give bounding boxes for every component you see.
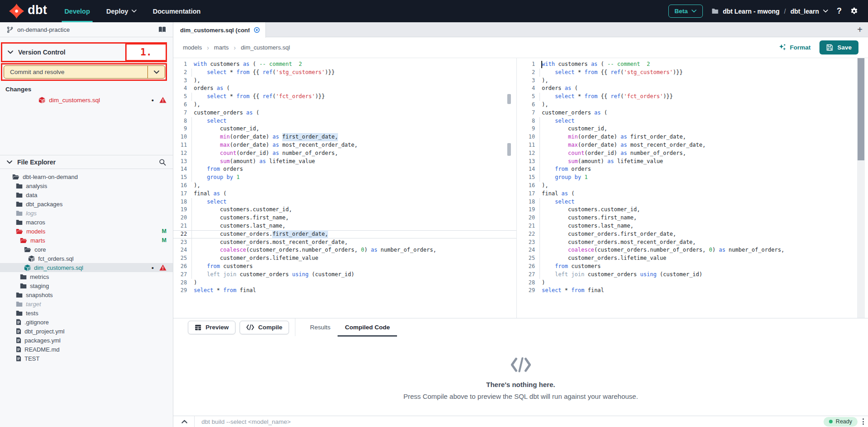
code-line-4[interactable]: 4orders as ( bbox=[517, 84, 857, 93]
code-line-28[interactable]: 28) bbox=[517, 279, 857, 287]
format-button[interactable]: Format bbox=[779, 44, 811, 51]
code-line-10[interactable]: 10 min(order_date) as first_order_date, bbox=[517, 133, 857, 141]
code-line-17[interactable]: 17final as ( bbox=[173, 190, 516, 198]
code-line-11[interactable]: 11 max(order_date) as most_recent_order_… bbox=[517, 141, 857, 149]
code-line-18[interactable]: 18 select bbox=[517, 198, 857, 206]
chevron-up-icon[interactable] bbox=[181, 420, 187, 423]
nav-documentation[interactable]: Documentation bbox=[145, 0, 209, 22]
code-line-24[interactable]: 24 coalesce(customer_orders.number_of_or… bbox=[173, 246, 516, 254]
code-line-18[interactable]: 18 select bbox=[173, 198, 516, 206]
dbt-logo[interactable]: dbt bbox=[0, 0, 56, 22]
breadcrumb-file[interactable]: dim_customers.sql bbox=[241, 44, 290, 51]
code-line-23[interactable]: 23 customer_orders.most_recent_order_dat… bbox=[517, 238, 857, 247]
tree-item-dbt-learn-on-demand[interactable]: dbt-learn-on-demand bbox=[0, 172, 173, 181]
tree-item-TEST[interactable]: TEST bbox=[0, 354, 173, 363]
code-line-7[interactable]: 7customer_orders as ( bbox=[173, 109, 516, 117]
code-line-16[interactable]: 16), bbox=[517, 182, 857, 190]
code-line-29[interactable]: 29select * from final bbox=[173, 287, 516, 295]
book-icon[interactable] bbox=[158, 26, 166, 33]
code-line-23[interactable]: 23 customer_orders.most_recent_order_dat… bbox=[173, 238, 516, 247]
tree-item-fct_orders.sql[interactable]: fct_orders.sql bbox=[0, 254, 173, 263]
code-line-3[interactable]: 3), bbox=[173, 77, 516, 85]
code-line-10[interactable]: 10 min(order_date) as first_order_date, bbox=[173, 133, 516, 141]
code-line-11[interactable]: 11 max(order_date) as most_recent_order_… bbox=[173, 141, 516, 149]
code-line-22[interactable]: 22 customer_orders.first_order_date, bbox=[517, 230, 857, 238]
commit-and-resolve-button[interactable]: Commit and resolve bbox=[4, 65, 165, 79]
tree-item-models[interactable]: modelsM bbox=[0, 227, 173, 236]
tree-item-analysis[interactable]: analysis bbox=[0, 181, 173, 190]
code-line-19[interactable]: 19 customers.customer_id, bbox=[517, 206, 857, 214]
tree-item-dbt_packages[interactable]: dbt_packages bbox=[0, 199, 173, 209]
tree-item-snapshots[interactable]: snapshots bbox=[0, 290, 173, 299]
help-icon[interactable]: ? bbox=[837, 6, 842, 16]
tree-item-target[interactable]: target bbox=[0, 299, 173, 308]
changed-file-row[interactable]: dim_customers.sql • bbox=[0, 94, 173, 106]
code-line-13[interactable]: 13 sum(amount) as lifetime_value bbox=[517, 158, 857, 166]
code-line-12[interactable]: 12 count(order_id) as number_of_orders, bbox=[173, 149, 516, 158]
file-explorer-header[interactable]: File Explorer bbox=[0, 155, 173, 169]
code-line-2[interactable]: 2 select * from {{ ref('stg_customers')}… bbox=[517, 69, 857, 77]
code-line-28[interactable]: 28) bbox=[173, 279, 516, 287]
tab-dim-customers[interactable]: dim_customers.sql (confli... bbox=[173, 22, 266, 38]
breadcrumb-marts[interactable]: marts bbox=[214, 44, 229, 51]
code-line-2[interactable]: 2 select * from {{ ref('stg_customers')}… bbox=[173, 69, 516, 77]
tree-item-dim_customers.sql[interactable]: dim_customers.sql• bbox=[0, 263, 173, 272]
editor-vertical-scrollbar[interactable] bbox=[857, 58, 865, 318]
breadcrumb-models[interactable]: models bbox=[183, 44, 202, 51]
code-line-14[interactable]: 14 from orders bbox=[517, 165, 857, 174]
new-tab-button[interactable]: + bbox=[854, 22, 865, 37]
search-icon[interactable] bbox=[159, 159, 166, 166]
nav-develop[interactable]: Develop bbox=[56, 0, 98, 22]
code-line-20[interactable]: 20 customers.first_name, bbox=[173, 214, 516, 222]
code-line-8[interactable]: 8 select bbox=[173, 117, 516, 125]
tree-item-metrics[interactable]: metrics bbox=[0, 272, 173, 281]
code-line-14[interactable]: 14 from orders bbox=[173, 165, 516, 174]
code-line-17[interactable]: 17final as ( bbox=[517, 190, 857, 198]
code-line-16[interactable]: 16), bbox=[173, 182, 516, 190]
code-line-12[interactable]: 12 count(order_id) as number_of_orders, bbox=[517, 149, 857, 158]
project-picker[interactable]: dbt Learn - mwong / dbt_learn bbox=[711, 8, 828, 15]
left-editor-scrollbar-thumb[interactable] bbox=[507, 143, 511, 156]
code-line-20[interactable]: 20 customers.first_name, bbox=[517, 214, 857, 222]
tree-item-data[interactable]: data bbox=[0, 190, 173, 199]
code-line-6[interactable]: 6), bbox=[173, 101, 516, 109]
code-line-29[interactable]: 29select * from final bbox=[517, 287, 857, 295]
code-line-26[interactable]: 26 from customers bbox=[517, 263, 857, 271]
editor-pane-right[interactable]: 1with customers as ( -- comment 22 selec… bbox=[517, 58, 857, 318]
code-line-21[interactable]: 21 customers.last_name, bbox=[173, 222, 516, 230]
kebab-menu-icon[interactable] bbox=[863, 418, 864, 425]
gear-icon[interactable] bbox=[850, 7, 858, 15]
code-line-22[interactable]: 22 customer_orders.first_order_date, bbox=[173, 230, 516, 238]
code-line-4[interactable]: 4orders as ( bbox=[173, 84, 516, 93]
left-editor-scrollbar-thumb[interactable] bbox=[507, 94, 511, 104]
code-line-1[interactable]: 1with customers as ( -- comment 2 bbox=[517, 60, 857, 69]
scrollbar-thumb[interactable] bbox=[858, 58, 864, 160]
preview-button[interactable]: Preview bbox=[188, 321, 235, 334]
branch-selector[interactable]: on-demand-practice bbox=[0, 22, 173, 37]
code-line-27[interactable]: 27 left join customer_orders using (cust… bbox=[517, 271, 857, 279]
tree-item-staging[interactable]: staging bbox=[0, 281, 173, 290]
code-line-25[interactable]: 25 customer_orders.lifetime_value bbox=[517, 254, 857, 263]
tree-item-logs[interactable]: logs bbox=[0, 209, 173, 218]
tab-compiled-code[interactable]: Compiled Code bbox=[345, 318, 390, 337]
code-line-25[interactable]: 25 customer_orders.lifetime_value bbox=[173, 254, 516, 263]
tree-item-core[interactable]: core bbox=[0, 245, 173, 254]
command-input[interactable]: dbt build --select <model_name> bbox=[201, 418, 291, 425]
code-line-15[interactable]: 15 group by 1 bbox=[173, 174, 516, 182]
code-line-26[interactable]: 26 from customers bbox=[173, 263, 516, 271]
compile-button[interactable]: Compile bbox=[240, 321, 289, 334]
nav-deploy[interactable]: Deploy bbox=[98, 0, 144, 22]
code-line-9[interactable]: 9 customer_id, bbox=[517, 125, 857, 133]
beta-dropdown[interactable]: Beta bbox=[668, 5, 703, 18]
code-line-5[interactable]: 5 select * from {{ ref('fct_orders')}} bbox=[517, 93, 857, 101]
code-line-24[interactable]: 24 coalesce(customer_orders.number_of_or… bbox=[517, 246, 857, 254]
code-line-5[interactable]: 5 select * from {{ ref('fct_orders')}} bbox=[173, 93, 516, 101]
code-line-13[interactable]: 13 sum(amount) as lifetime_value bbox=[173, 158, 516, 166]
code-line-3[interactable]: 3), bbox=[517, 77, 857, 85]
tree-item-.gitignore[interactable]: .gitignore bbox=[0, 318, 173, 327]
tree-item-dbt_project.yml[interactable]: dbt_project.yml bbox=[0, 327, 173, 336]
code-line-19[interactable]: 19 customers.customer_id, bbox=[173, 206, 516, 214]
tree-item-packages.yml[interactable]: packages.yml bbox=[0, 336, 173, 345]
editor-pane-left[interactable]: 1with customers as ( -- comment 22 selec… bbox=[173, 58, 517, 318]
code-line-7[interactable]: 7customer_orders as ( bbox=[517, 109, 857, 117]
